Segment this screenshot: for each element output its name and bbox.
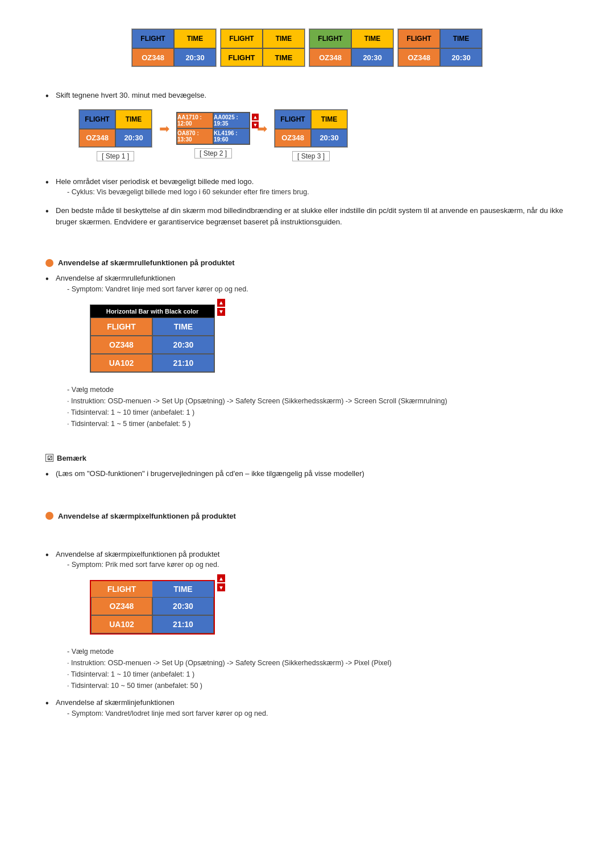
step2-r1c1: AA1710 : 12:00: [177, 112, 213, 128]
hbar-table-header: Horizontal Bar with Black color: [90, 305, 214, 318]
pixel-bullet-dot: •: [45, 549, 56, 561]
bullet3-text: Den bedste måde til beskyttelse af din s…: [56, 206, 563, 226]
hbar-arrow-down: ▼: [217, 308, 225, 316]
pixel-select-method: - Vælg metode: [67, 646, 392, 657]
step1-flight-hdr: FLIGHT: [79, 110, 115, 129]
remark-header: ☑ Bemærk: [45, 454, 569, 462]
pixel-arrow-up: ▲: [217, 574, 225, 582]
hbar-row3-col1: UA102: [90, 354, 152, 372]
hbar-scroll-arrows: ▲ ▼: [217, 299, 225, 316]
pixel-scroll-arrows: ▲ ▼: [217, 574, 225, 591]
scroll-bullet1-sub: - Symptom: Vandret linje med sort farver…: [67, 285, 447, 293]
hbar-row1-col2: TIME: [152, 318, 214, 336]
scroll-instr1: · Instruktion: OSD-menuen -> Set Up (Ops…: [67, 395, 447, 407]
step3-time-hdr: TIME: [311, 110, 347, 129]
card3-flight-header: FLIGHT: [309, 29, 351, 48]
step2-r2c1: OA870 : 13:30: [177, 128, 213, 144]
card2-flight-header: FLIGHT: [221, 29, 263, 48]
pixel-instr3: · Tidsinterval: 10 ~ 50 timer (anbefalet…: [67, 680, 392, 691]
scroll-instr3: · Tidsinterval: 1 ~ 5 timer (anbefalet: …: [67, 418, 447, 429]
pixel-bullet2: Anvendelse af skærmlinjefunktionen: [56, 698, 175, 707]
pixel-instr1: · Instruktion: OSD-menuen -> Set Up (Ops…: [67, 657, 392, 669]
step1-time-hdr: TIME: [115, 110, 152, 129]
flight-card-3: FLIGHT TIME OZ348 20:30: [309, 28, 394, 67]
step3-card: FLIGHT TIME OZ348 20:30: [274, 109, 348, 148]
pixel-section-header: Anvendelse af skærmpixelfunktionen på pr…: [45, 512, 569, 520]
bullet3-section: • Den bedste måde til beskyttelse af din…: [45, 205, 569, 227]
step2-arrow-up: ▲: [252, 114, 259, 120]
scroll-instr2: · Tidsinterval: 1 ~ 10 timer (anbefalet:…: [67, 407, 447, 418]
flight-card-4: FLIGHT TIME OZ348 20:30: [397, 28, 483, 67]
pixel-instr2: · Tidsinterval: 1 ~ 10 timer (anbefalet:…: [67, 669, 392, 680]
hbar-header-text: Horizontal Bar with Black color: [106, 308, 199, 315]
hbar-row3-col2: 21:10: [152, 354, 214, 372]
pixel-table: FLIGHT TIME OZ348 20:30 UA102 21:10: [90, 580, 215, 635]
hbar-row1-col1: FLIGHT: [90, 318, 152, 336]
step2-label: [ Step 2 ]: [194, 148, 232, 158]
step1-time-dat: 20:30: [115, 129, 152, 147]
pixel-row2-col2: 20:30: [152, 597, 214, 615]
bullet2-sub: - Cyklus: Vis bevægeligt billede med log…: [67, 188, 309, 196]
remark-bullet-dot: •: [45, 468, 56, 481]
step-diagram: FLIGHT TIME OZ348 20:30 [ Step 1 ] ➡: [78, 109, 348, 161]
card3-flight-data: OZ348: [309, 48, 351, 66]
card4-time-data: 20:30: [440, 48, 482, 66]
step3-flight-hdr: FLIGHT: [275, 110, 311, 129]
card2-flight-data: FLIGHT: [221, 48, 263, 66]
scroll-section-icon: [45, 259, 53, 267]
card2-time-data: TIME: [263, 48, 305, 66]
step2-r2c2: KL4196 : 19:60: [213, 128, 250, 144]
hbar-row2-col2: 20:30: [152, 336, 214, 354]
pixel-arrow-down: ▼: [217, 583, 225, 591]
bullet2-section: • Hele området viser periodisk et bevæge…: [45, 176, 569, 197]
scroll-select-method: - Vælg metode: [67, 384, 447, 395]
remark-section-body: • (Læs om "OSD-funktionen" i brugervejle…: [45, 468, 569, 481]
bullet-dot-1: •: [45, 90, 56, 102]
scroll-bullet1: Anvendelse af skærmrullefunktionen: [56, 274, 175, 282]
pixel-row3-col1: UA102: [91, 615, 152, 633]
card4-time-header: TIME: [440, 29, 482, 48]
bullet1-text: Skift tegnene hvert 30. minut med bevæge…: [56, 91, 206, 99]
scroll-section-title: Anvendelse af skærmrullefunktionen på pr…: [58, 258, 235, 267]
pixel-section-title: Anvendelse af skærmpixelfunktionen på pr…: [58, 512, 236, 520]
bullet2-text: Hele området viser periodisk et bevægeli…: [56, 177, 254, 186]
flight-card-2: FLIGHT TIME FLIGHT TIME: [220, 28, 305, 67]
remark-note: (Læs om "OSD-funktionen" i brugervejledn…: [56, 468, 364, 479]
step3-label: [ Step 3 ]: [292, 151, 330, 161]
step3-block: FLIGHT TIME OZ348 20:30 [ Step 3 ]: [274, 109, 348, 161]
hbar-arrow-up: ▲: [217, 299, 225, 307]
pixel-bullet1-sub: - Symptom: Prik med sort farve kører op …: [67, 561, 392, 569]
step2-arrow-down: ▼: [252, 122, 259, 128]
card2-time-header: TIME: [263, 29, 305, 48]
pixel-bullet2-dot: •: [45, 697, 56, 710]
remark-title: Bemærk: [57, 454, 86, 462]
bullet1-section: • Skift tegnene hvert 30. minut med bevæ…: [45, 90, 569, 167]
step1-block: FLIGHT TIME OZ348 20:30 [ Step 1 ]: [78, 109, 152, 161]
pixel-section-icon: [45, 512, 53, 520]
step1-label: [ Step 1 ]: [97, 151, 134, 161]
pixel-hcell-flight: FLIGHT: [91, 581, 152, 597]
bullet-dot-2: •: [45, 176, 56, 189]
step1-card: FLIGHT TIME OZ348 20:30: [78, 109, 152, 148]
card3-time-header: TIME: [351, 29, 393, 48]
card1-time-data: 20:30: [174, 48, 216, 66]
flight-card-1: FLIGHT TIME OZ348 20:30: [131, 28, 217, 67]
card4-flight-data: OZ348: [398, 48, 440, 66]
card4-flight-header: FLIGHT: [398, 29, 440, 48]
card1-time-header: TIME: [174, 29, 216, 48]
step2-card: AA1710 : 12:00 AA0025 : 19:35 OA870 : 13…: [176, 112, 250, 145]
step2-r1c2: AA0025 : 19:35: [213, 112, 250, 128]
card3-time-data: 20:30: [351, 48, 393, 66]
pixel-bullet1: Anvendelse af skærmpixelfunktionen på pr…: [56, 550, 219, 558]
top-cards-section: FLIGHT TIME OZ348 20:30 FLIGHT TIME FLIG…: [45, 28, 569, 67]
card1-flight-data: OZ348: [132, 48, 174, 66]
bullet-dot-3: •: [45, 205, 56, 218]
pixel-row2-col1: OZ348: [91, 597, 152, 615]
arrow1-icon: ➡: [159, 123, 169, 135]
step1-flight-dat: OZ348: [79, 129, 115, 147]
pixel-row3-col2: 21:10: [152, 615, 214, 633]
arrow1: ➡: [159, 123, 169, 135]
hbar-row2-col1: OZ348: [90, 336, 152, 354]
hbar-table: Horizontal Bar with Black color FLIGHT T…: [90, 304, 215, 373]
pixel-bullet2-sub: - Symptom: Vandret/lodret linje med sort…: [67, 710, 268, 717]
